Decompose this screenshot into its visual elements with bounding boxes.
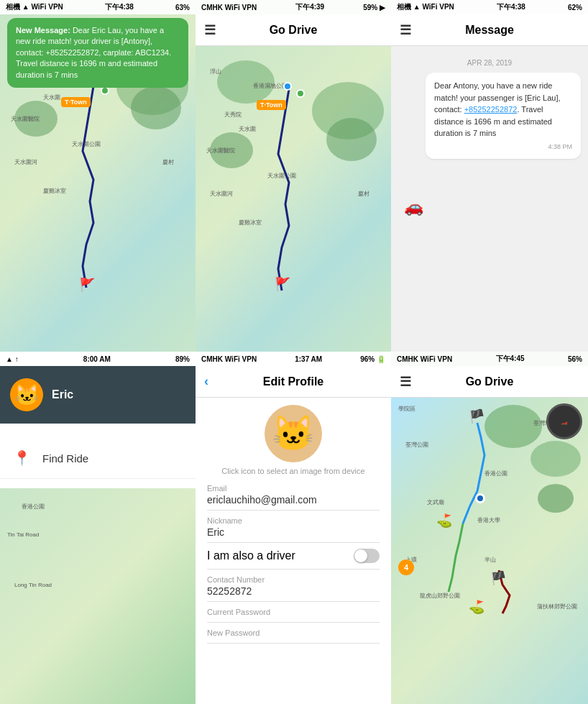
status-right-p5: 96% 🔋 xyxy=(360,355,385,363)
message-link[interactable]: +85252252872 xyxy=(464,105,518,114)
notification-title: New Message: xyxy=(16,26,70,35)
menu-icon-p6[interactable]: ☰ xyxy=(400,374,411,390)
menu-icon-p3[interactable]: ☰ xyxy=(400,22,411,38)
app-title-p2: Go Drive xyxy=(270,24,318,37)
email-label: Email xyxy=(207,484,380,493)
panel-2-go-drive: CMHK WiFi VPN 下午4:39 59% ▶ ☰ Go Drive 浮山… xyxy=(196,0,391,352)
date-divider: APR 28, 2019 xyxy=(398,59,581,67)
profile-content: 🐱 Click icon to select an image from dev… xyxy=(196,398,391,704)
status-bar-p2: CMHK WiFi VPN 下午4:39 59% ▶ xyxy=(196,0,391,14)
map-bg-sidebar: 香港公園 Tin Tai Road Long Tin Road xyxy=(0,488,196,704)
sidebar-label-find-ride: Find Ride xyxy=(42,452,88,465)
status-time-p5: 1:37 AM xyxy=(295,355,322,363)
status-time-p6: 下午4:45 xyxy=(496,354,525,364)
status-left-p3: 相機 ▲ WiFi VPN xyxy=(397,2,454,12)
profile-click-text: Click icon to select an image from devic… xyxy=(221,467,364,475)
status-time-p1: 下午4:38 xyxy=(105,2,134,12)
status-time-p2: 下午4:39 xyxy=(295,2,324,12)
map-flag-green-p6: ⛳ xyxy=(436,513,452,529)
map-bg-p2: 浮山 香港濕地公園 天秀院 天水圍 天水圍醫院 天水圍公園 天水圍河 廈村 廈雞… xyxy=(196,46,391,352)
driver-toggle-switch[interactable] xyxy=(354,549,380,563)
map-flag-red-p6: 🏴 xyxy=(490,570,506,586)
app-title-p5: Edit Profile xyxy=(263,375,323,388)
current-password-value[interactable] xyxy=(207,618,380,623)
sidebar-item-find-ride[interactable]: 📍 Find Ride xyxy=(0,438,196,479)
location-icon: 📍 xyxy=(13,449,31,467)
new-password-label: New Password xyxy=(207,628,380,637)
contact-label: Contact Number xyxy=(207,575,380,584)
map-flag-green2-p6: ⛳ xyxy=(469,599,484,615)
app-title-p3: Message xyxy=(465,24,514,37)
message-timestamp: 4:38 PM xyxy=(434,142,572,152)
status-time-p3: 下午4:38 xyxy=(497,2,525,12)
avatar: 🐱 xyxy=(10,378,43,411)
route-svg-p2 xyxy=(196,46,391,352)
map-dot-p6 xyxy=(475,493,485,503)
app-header-p2: ☰ Go Drive xyxy=(196,14,391,46)
map-pin-blue-p2 xyxy=(283,82,292,91)
status-left-p2: CMHK WiFi VPN xyxy=(201,4,257,12)
email-value[interactable]: ericlauchiho@gmail.com xyxy=(207,494,380,511)
panel-1-notification-map: 相機 ▲ WiFi VPN 下午4:38 63% 浮山 香港濕地公園 天秀院 天… xyxy=(0,0,196,352)
status-left-p5: CMHK WiFi VPN xyxy=(201,355,257,363)
status-bar-p5: CMHK WiFi VPN 1:37 AM 96% 🔋 xyxy=(196,352,391,366)
status-time-p4: 8:00 AM xyxy=(83,355,111,363)
status-right-p3: 62% xyxy=(568,4,582,12)
map-flag-p1: 🚩 xyxy=(79,277,95,293)
driver-toggle-row: I am also a driver xyxy=(207,543,380,570)
app-header-p3: ☰ Message xyxy=(391,14,588,46)
status-bar-p6: CMHK WiFi VPN 下午4:45 56% xyxy=(391,352,588,366)
status-left-p6: CMHK WiFi VPN xyxy=(397,355,452,363)
nickname-value[interactable]: Eric xyxy=(207,526,380,543)
route-svg-p6 xyxy=(391,398,588,704)
sidebar-header: 🐱 Eric xyxy=(0,366,196,424)
status-bar-p4: ▲ ↑ 8:00 AM 89% xyxy=(0,352,196,366)
message-list: APR 28, 2019 Dear Antony, you have a new… xyxy=(391,46,588,352)
app-title-p6: Go Drive xyxy=(466,375,514,388)
panel-5-edit-profile: CMHK WiFi VPN 1:37 AM 96% 🔋 ‹ Edit Profi… xyxy=(196,352,391,704)
map-bg-p6: 學院區 荃灣地境博物館 荃灣公園 香港公園 文武廟 香港大學 上環 半山 龍虎山… xyxy=(391,398,588,704)
app-header-p6: ☰ Go Drive xyxy=(391,366,588,398)
status-left-p1: 相機 ▲ WiFi VPN xyxy=(6,2,63,12)
panel-6-go-drive-route: CMHK WiFi VPN 下午4:45 56% ☰ Go Drive 學院區 … xyxy=(391,352,588,704)
profile-avatar[interactable]: 🐱 xyxy=(265,405,322,462)
notification-bubble: New Message: Dear Eric Lau, you have a n… xyxy=(7,18,188,88)
back-button-p5[interactable]: ‹ xyxy=(204,374,208,389)
status-left-p4: ▲ ↑ xyxy=(6,355,19,363)
contact-value[interactable]: 52252872 xyxy=(207,585,380,602)
sidebar-username: Eric xyxy=(52,388,73,401)
status-right-p4: 89% xyxy=(175,355,190,363)
app-header-p5: ‹ Edit Profile xyxy=(196,366,391,398)
menu-icon-p2[interactable]: ☰ xyxy=(204,22,216,38)
panel-3-message: 相機 ▲ WiFi VPN 下午4:38 62% ☰ Message APR 2… xyxy=(391,0,588,352)
map-pin-green-p2 xyxy=(296,89,305,98)
message-bubble-1: Dear Antony, you have a new ride match! … xyxy=(426,73,581,159)
driver-toggle-label: I am also a driver xyxy=(207,549,295,562)
route-number-badge: 4 xyxy=(398,559,414,575)
new-password-value[interactable] xyxy=(207,639,380,644)
panel-4-sidebar: ▲ ↑ 8:00 AM 89% 🐱 Eric 📍 Find Ride 🚗 Go … xyxy=(0,352,196,704)
status-right-p2: 59% ▶ xyxy=(363,4,385,12)
status-right-p6: 56% xyxy=(568,355,582,363)
status-right-p1: 63% xyxy=(175,4,190,12)
status-bar-p3: 相機 ▲ WiFi VPN 下午4:38 62% xyxy=(391,0,588,14)
nickname-label: Nickname xyxy=(207,516,380,525)
status-bar-p1: 相機 ▲ WiFi VPN 下午4:38 63% xyxy=(0,0,196,14)
car-icon-msg: 🚗 xyxy=(404,198,423,216)
current-password-label: Current Password xyxy=(207,608,380,616)
map-flag-blue-p6: 🏴 xyxy=(469,408,484,424)
map-flag-p2: 🚩 xyxy=(275,276,290,292)
profile-avatar-container: 🐱 Click icon to select an image from dev… xyxy=(207,405,380,475)
